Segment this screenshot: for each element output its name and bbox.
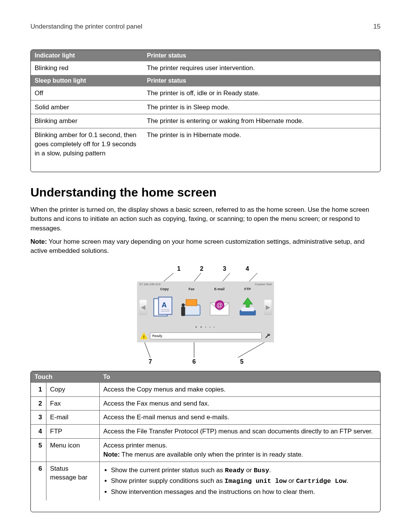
svg-line-19 — [145, 342, 150, 358]
intro-paragraph: When the printer is turned on, the displ… — [30, 205, 381, 233]
leader-lines-bottom — [137, 342, 274, 358]
icon-labels: Copy Fax E-mail FTP — [150, 287, 261, 291]
callout-3: 3 — [213, 265, 236, 272]
note-label: Note: — [30, 238, 47, 245]
cell-touch: Status message bar — [46, 462, 99, 500]
note-rest: Your home screen may vary depending on y… — [30, 238, 365, 255]
bullet: Show printer supply conditions such as I… — [111, 476, 377, 486]
note-rest: The menus are available only when the pr… — [120, 451, 303, 458]
cell-num: 2 — [31, 396, 46, 411]
svg-text:A: A — [162, 301, 167, 309]
page-number: 15 — [373, 23, 381, 30]
cell: The printer requires user intervention. — [143, 61, 380, 75]
callout-6: 6 — [164, 358, 225, 365]
callout-1: 1 — [167, 265, 190, 272]
cell-desc: Access the E-mail menus and send e-mails… — [99, 411, 380, 425]
svg-line-3 — [249, 273, 257, 281]
cell-touch: E-mail — [46, 411, 99, 425]
svg-line-0 — [164, 273, 174, 281]
th-sleep: Sleep button light — [31, 75, 143, 86]
wrench-icon[interactable] — [264, 332, 271, 339]
ip-address: 57.184.195.214 — [139, 283, 161, 286]
cell: The printer is in Sleep mode. — [143, 100, 380, 114]
callout-5: 5 — [225, 358, 274, 365]
note-paragraph: Note: Your home screen may vary dependin… — [30, 237, 381, 256]
cell: Blinking red — [31, 61, 143, 75]
cell-num: 1 — [31, 383, 46, 396]
cell-touch: Copy — [46, 383, 99, 396]
header-title: Understanding the printer control panel — [30, 23, 142, 30]
th-status2: Printer status — [143, 75, 380, 86]
bottom-callouts: 7 6 5 — [137, 358, 274, 365]
label-fax: Fax — [188, 287, 194, 291]
cell-num: 6 — [31, 462, 46, 500]
cell: Blinking amber — [31, 114, 143, 128]
indicator-table: Indicator light Printer status Blinking … — [30, 50, 381, 172]
cell-touch: Menu icon — [46, 438, 99, 462]
svg-rect-11 — [181, 307, 185, 316]
nav-right-icon[interactable]: ▶ — [264, 300, 272, 315]
callout-2: 2 — [190, 265, 213, 272]
label-email: E-mail — [214, 287, 225, 291]
status-text: Ready. — [152, 334, 163, 338]
th-to: To — [99, 371, 380, 383]
touch-table: Touch To 1 Copy Access the Copy menus an… — [30, 371, 381, 512]
copy-icon[interactable]: A — [151, 296, 175, 319]
cell-touch: FTP — [46, 425, 99, 439]
warning-icon[interactable]: ! — [140, 332, 148, 339]
cell-desc: Access the File Transfer Protocol (FTP) … — [99, 425, 380, 439]
status-message-bar[interactable]: Ready. — [150, 332, 262, 339]
svg-rect-9 — [183, 305, 200, 315]
cell: Solid amber — [31, 100, 143, 114]
fax-icon[interactable] — [180, 296, 203, 319]
svg-rect-10 — [186, 299, 197, 306]
svg-rect-17 — [241, 307, 254, 311]
th-blank: Touch — [31, 371, 99, 383]
leader-lines-top — [137, 273, 274, 281]
callout-4: 4 — [236, 265, 259, 272]
cell-desc: Access the Fax menus and send fax. — [99, 396, 380, 411]
cell: The printer is in Hibernate mode. — [143, 128, 380, 160]
top-callouts: 1 2 3 4 — [137, 265, 274, 273]
printer-touchscreen: 57.184.195.214 Custom Text Copy Fax E-ma… — [137, 281, 274, 342]
svg-line-2 — [223, 273, 230, 281]
screen-topbar: 57.184.195.214 Custom Text — [137, 281, 274, 287]
cell: The printer is entering or waking from H… — [143, 114, 380, 128]
cell: Off — [31, 86, 143, 100]
cell: Blinking amber for 0.1 second, then goes… — [31, 128, 143, 160]
cell-touch: Fax — [46, 396, 99, 411]
cell-num: 3 — [31, 411, 46, 425]
svg-line-1 — [194, 273, 201, 281]
svg-point-12 — [182, 303, 185, 306]
custom-text: Custom Text — [255, 283, 272, 286]
callout-7: 7 — [137, 358, 164, 365]
cell-desc: Access printer menus. Note: The menus ar… — [99, 438, 380, 462]
th-indicator: Indicator light — [31, 50, 143, 61]
svg-line-21 — [238, 342, 264, 358]
nav-left-icon[interactable]: ◀ — [139, 300, 147, 315]
section-heading: Understanding the home screen — [30, 185, 381, 200]
pagination-dots: ● ● • • • — [137, 325, 274, 330]
ftp-icon[interactable] — [236, 296, 260, 319]
running-header: Understanding the printer control panel … — [30, 23, 381, 30]
cell-num: 4 — [31, 425, 46, 439]
svg-marker-18 — [243, 298, 253, 307]
cell-desc: Show the current printer status such as … — [99, 462, 380, 500]
th-status1: Printer status — [143, 50, 380, 61]
cell-desc: Access the Copy menus and make copies. — [99, 383, 380, 396]
bullet: Show intervention messages and the instr… — [111, 487, 377, 497]
svg-text:@: @ — [217, 302, 223, 309]
home-screen-illustration: 1 2 3 4 57.184.195.214 Custom Text Copy … — [137, 265, 274, 365]
note-label: Note: — [104, 451, 120, 458]
desc-line: Access printer menus. — [104, 442, 167, 449]
label-copy: Copy — [160, 287, 169, 291]
cell-num: 5 — [31, 438, 46, 462]
label-ftp: FTP — [244, 287, 251, 291]
email-icon[interactable]: @ — [208, 296, 231, 319]
bullet: Show the current printer status such as … — [111, 466, 377, 475]
cell: The printer is off, idle or in Ready sta… — [143, 86, 380, 100]
